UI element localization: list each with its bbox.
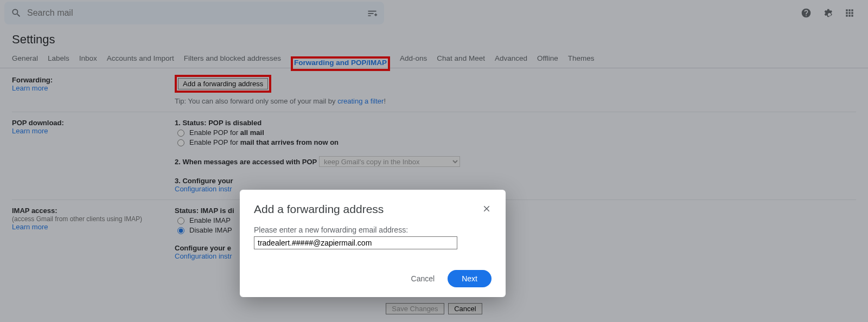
forwarding-email-input[interactable] — [254, 236, 457, 249]
close-icon — [482, 204, 492, 214]
dialog-message: Please enter a new forwarding email addr… — [254, 226, 492, 234]
dialog-close-button[interactable] — [482, 204, 492, 215]
dialog-title: Add a forwarding address — [254, 203, 384, 216]
dialog-cancel-button[interactable]: Cancel — [411, 274, 435, 283]
add-forwarding-dialog: Add a forwarding address Please enter a … — [240, 190, 506, 297]
dialog-next-button[interactable]: Next — [448, 270, 492, 287]
